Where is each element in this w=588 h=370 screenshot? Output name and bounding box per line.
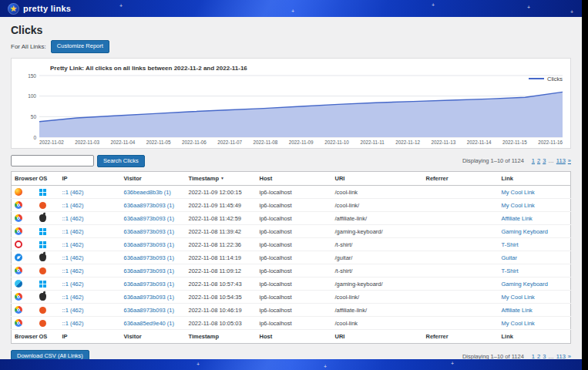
windows-os-icon [39, 241, 46, 248]
search-clicks-button[interactable]: Search Clicks [97, 155, 145, 168]
timestamp-cell: 2022-11-08 11:42:59 [186, 212, 257, 225]
ip-link[interactable]: ::1 (462) [62, 320, 84, 327]
report-row: For All Links: Customize Report [11, 40, 571, 53]
legend-label: Clicks [547, 76, 563, 82]
safari-browser-icon [15, 254, 22, 261]
column-header-browser[interactable]: Browser [12, 330, 36, 344]
column-header-ip[interactable]: IP [59, 172, 121, 186]
ip-link[interactable]: ::1 (462) [62, 294, 84, 301]
column-header-host[interactable]: Host [257, 330, 332, 344]
host-cell: ip6-localhost [257, 199, 332, 212]
link-title-link[interactable]: My Cool Link [502, 320, 535, 327]
visitor-link[interactable]: 636aa8973b093 (1) [124, 281, 174, 288]
ip-link[interactable]: ::1 (462) [62, 202, 84, 209]
column-header-link[interactable]: Link [499, 172, 571, 186]
page-link[interactable]: 2 [537, 157, 540, 164]
column-header-os[interactable]: OS [36, 330, 59, 344]
ip-link[interactable]: ::1 (462) [62, 228, 84, 235]
ip-link[interactable]: ::1 (462) [62, 241, 84, 248]
ip-link[interactable]: ::1 (462) [62, 189, 84, 196]
column-header-timestamp[interactable]: Timestamp [186, 330, 257, 344]
uri-cell: /cool-link [332, 186, 423, 199]
ip-link[interactable]: ::1 (462) [62, 307, 84, 314]
column-header-timestamp[interactable]: Timestamp▼ [186, 172, 257, 186]
column-header-link[interactable]: Link [499, 330, 571, 344]
visitor-link[interactable]: 636aa8973b093 (1) [124, 307, 174, 314]
visitor-link[interactable]: 636aa8973b093 (1) [124, 254, 174, 261]
ip-link[interactable]: ::1 (462) [62, 267, 84, 274]
clicks-table-wrap: BrowserOSIPVisitorTimestamp▼HostURIRefer… [11, 171, 571, 344]
ip-cell: ::1 (462) [59, 238, 121, 251]
column-header-uri[interactable]: URI [332, 330, 423, 344]
page-link[interactable]: 1 [532, 157, 535, 164]
uri-cell: /t-shirt/ [332, 264, 423, 278]
page-link-last[interactable]: 113 [556, 157, 566, 164]
link-title-link[interactable]: Affiliate Link [502, 307, 533, 314]
ip-link[interactable]: ::1 (462) [62, 254, 84, 261]
link-title-link[interactable]: Gaming Keyboard [502, 281, 548, 288]
host-cell: ip6-localhost [257, 278, 332, 291]
link-title-link[interactable]: My Cool Link [502, 189, 535, 196]
visitor-link[interactable]: 636aa8973b093 (1) [124, 294, 174, 301]
link-title-link[interactable]: My Cool Link [502, 202, 535, 209]
column-header-ip[interactable]: IP [59, 330, 121, 344]
visitor-link[interactable]: 636aa85ed9e40 (1) [124, 320, 174, 327]
link-title-cell: My Cool Link [499, 317, 571, 330]
sparkle-icon: + [291, 8, 294, 14]
next-page-link[interactable]: » [568, 157, 571, 164]
timestamp-cell: 2022-11-08 11:09:12 [186, 264, 257, 278]
firefox-browser-icon [15, 188, 22, 196]
customize-report-button[interactable]: Customize Report [51, 40, 109, 53]
column-header-host[interactable]: Host [257, 172, 332, 186]
clicks-area-chart [39, 75, 563, 138]
visitor-link[interactable]: 636aa8973b093 (1) [124, 267, 174, 274]
visitor-cell: 636aa8973b093 (1) [121, 304, 186, 317]
visitor-link[interactable]: 636aa8973b093 (1) [124, 241, 174, 248]
page-link[interactable]: 3 [543, 157, 546, 164]
column-header-visitor[interactable]: Visitor [121, 330, 186, 344]
ip-cell: ::1 (462) [59, 317, 121, 330]
column-header-visitor[interactable]: Visitor [121, 172, 186, 186]
x-tick-label: 2022-11-11 [360, 140, 384, 145]
link-title-link[interactable]: Gaming Keyboard [502, 228, 548, 235]
search-input[interactable] [11, 155, 94, 166]
link-title-link[interactable]: T-Shirt [502, 241, 519, 248]
sparkle-icon: + [324, 364, 327, 369]
link-title-link[interactable]: My Cool Link [502, 294, 535, 301]
table-row: ::1 (462)636aa8973b093 (1)2022-11-09 11:… [12, 199, 571, 212]
link-title-link[interactable]: T-Shirt [502, 267, 519, 274]
browser-cell [12, 264, 36, 278]
chrome-browser-icon [15, 293, 22, 301]
brand-name: pretty links [23, 4, 71, 13]
visitor-link[interactable]: 636aa8973b093 (1) [124, 202, 174, 209]
ip-link[interactable]: ::1 (462) [62, 281, 84, 288]
os-cell [36, 278, 59, 291]
browser-cell [12, 304, 36, 317]
host-cell: ip6-localhost [257, 317, 332, 330]
link-title-link[interactable]: Guitar [502, 254, 517, 261]
sparkle-icon: + [197, 362, 200, 367]
x-tick-label: 2022-11-05 [146, 140, 171, 145]
table-row: ::1 (462)636aa8973b093 (1)2022-11-08 11:… [12, 212, 571, 225]
visitor-link[interactable]: 636beaed8b3b (1) [124, 189, 171, 196]
column-header-browser[interactable]: Browser [12, 172, 36, 186]
os-cell [36, 291, 59, 304]
visitor-link[interactable]: 636aa8973b093 (1) [124, 228, 174, 235]
table-row: ::1 (462)636aa8973b093 (1)2022-11-08 10:… [12, 304, 571, 317]
table-footer-row: BrowserOSIPVisitorTimestampHostURIReferr… [12, 330, 571, 344]
link-title-link[interactable]: Affiliate Link [502, 215, 533, 222]
x-tick-label: 2022-11-10 [324, 140, 349, 145]
link-title-cell: My Cool Link [499, 199, 571, 212]
column-header-referrer[interactable]: Referrer [423, 330, 499, 344]
pretty-links-logo[interactable]: ★ pretty links [8, 3, 71, 15]
clicks-table: BrowserOSIPVisitorTimestamp▼HostURIRefer… [11, 171, 571, 344]
column-header-referrer[interactable]: Referrer [423, 172, 499, 186]
column-header-uri[interactable]: URI [332, 172, 423, 186]
ip-link[interactable]: ::1 (462) [62, 215, 84, 222]
host-cell: ip6-localhost [257, 238, 332, 251]
visitor-link[interactable]: 636aa8973b093 (1) [124, 215, 174, 222]
column-header-os[interactable]: OS [36, 172, 59, 186]
chrome-browser-icon [15, 306, 22, 314]
chrome-browser-icon [15, 227, 22, 235]
os-cell [36, 251, 59, 264]
